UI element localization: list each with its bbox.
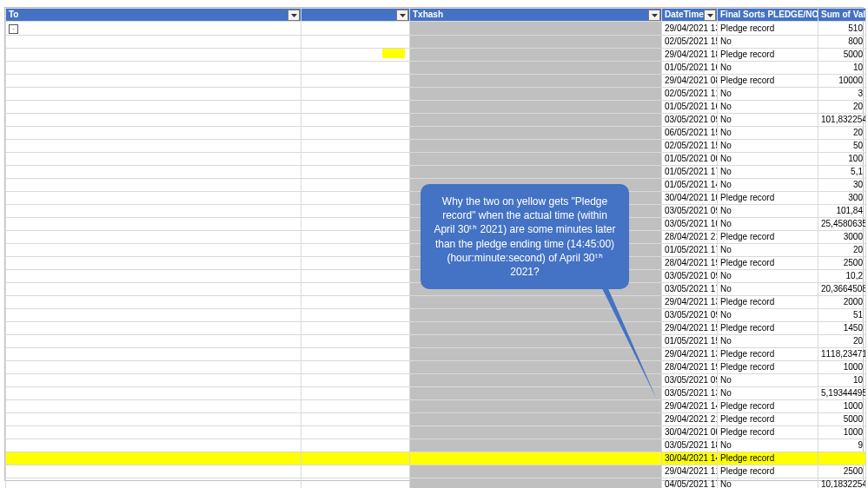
cell-sorts[interactable]: No (718, 218, 818, 231)
cell-to[interactable] (6, 36, 301, 49)
cell-blank[interactable] (301, 101, 410, 114)
cell-datetime[interactable]: 03/05/2021 10:14 (662, 218, 718, 231)
cell-sum[interactable]: 10000 (818, 75, 866, 88)
cell-datetime[interactable]: 30/04/2021 14:49 (662, 452, 718, 465)
cell-to[interactable] (6, 426, 301, 439)
cell-sorts[interactable]: No (718, 374, 818, 387)
cell-to[interactable] (6, 218, 301, 231)
cell-sorts[interactable]: No (718, 62, 818, 75)
cell-sum[interactable]: 25,4580635 (818, 218, 866, 231)
cell-blank[interactable] (301, 452, 410, 465)
cell-sum[interactable]: 5000 (818, 49, 866, 62)
table-row[interactable]: 01/05/2021 16:43No10 (6, 62, 866, 75)
cell-blank[interactable] (301, 426, 410, 439)
cell-sum[interactable]: 1450 (818, 322, 866, 335)
table-row[interactable]: 02/05/2021 15:35No50 (6, 140, 866, 153)
cell-txhash[interactable] (410, 62, 662, 75)
cell-datetime[interactable]: 04/05/2021 17:46 (662, 478, 718, 489)
cell-to[interactable] (6, 153, 301, 166)
cell-blank[interactable] (301, 283, 410, 296)
table-row[interactable]: 28/04/2021 19:50Pledge record1000 (6, 361, 866, 374)
cell-sum[interactable]: 10,2 (818, 270, 866, 283)
cell-blank[interactable] (301, 179, 410, 192)
cell-to[interactable] (6, 231, 301, 244)
cell-sum[interactable]: 2500 (818, 257, 866, 270)
cell-sorts[interactable]: No (718, 335, 818, 348)
table-row[interactable]: 01/05/2021 17:04No5,1 (6, 166, 866, 179)
cell-blank[interactable] (301, 22, 410, 36)
collapse-button[interactable]: - (9, 24, 18, 34)
cell-datetime[interactable]: 30/04/2021 00:43 (662, 426, 718, 439)
cell-sum[interactable]: 1118,234718 (818, 348, 866, 361)
cell-to[interactable] (6, 140, 301, 153)
cell-txhash[interactable] (410, 101, 662, 114)
cell-sorts[interactable]: No (718, 205, 818, 218)
cell-txhash[interactable] (410, 36, 662, 49)
cell-sum[interactable]: 10 (818, 374, 866, 387)
cell-blank[interactable] (301, 192, 410, 205)
table-row[interactable]: -29/04/2021 13:06Pledge record510 (6, 22, 866, 36)
cell-sum[interactable]: 3 (818, 88, 866, 101)
cell-datetime[interactable]: 02/05/2021 15:32 (662, 36, 718, 49)
cell-txhash[interactable] (410, 49, 662, 62)
table-row[interactable]: 02/05/2021 11:01No3 (6, 88, 866, 101)
cell-sum[interactable]: 30 (818, 179, 866, 192)
cell-datetime[interactable]: 01/05/2021 17:43 (662, 244, 718, 257)
cell-sum[interactable]: 50 (818, 140, 866, 153)
cell-txhash[interactable] (410, 88, 662, 101)
cell-blank[interactable] (301, 348, 410, 361)
cell-sum[interactable] (818, 452, 866, 465)
cell-to[interactable]: - (6, 22, 301, 36)
cell-sorts[interactable]: No (718, 478, 818, 489)
cell-sorts[interactable]: Pledge record (718, 426, 818, 439)
cell-sorts[interactable]: No (718, 101, 818, 114)
cell-blank[interactable] (301, 127, 410, 140)
cell-to[interactable] (6, 88, 301, 101)
col-header-to[interactable]: To (6, 9, 301, 22)
cell-blank[interactable] (301, 270, 410, 283)
cell-blank[interactable] (301, 257, 410, 270)
cell-to[interactable] (6, 192, 301, 205)
cell-blank[interactable] (301, 309, 410, 322)
cell-blank[interactable] (301, 205, 410, 218)
filter-button-blank[interactable] (396, 10, 408, 21)
cell-txhash[interactable] (410, 439, 662, 452)
table-row[interactable]: 03/05/2021 09:31No101,832254 (6, 114, 866, 127)
cell-sorts[interactable]: Pledge record (718, 413, 818, 426)
table-row[interactable]: 02/05/2021 15:32No800 (6, 36, 866, 49)
cell-sum[interactable]: 10,1832254 (818, 478, 866, 489)
cell-datetime[interactable]: 06/05/2021 15:53 (662, 127, 718, 140)
cell-blank[interactable] (301, 153, 410, 166)
cell-datetime[interactable]: 29/04/2021 13:06 (662, 22, 718, 36)
cell-sum[interactable]: 2000 (818, 296, 866, 309)
table-row[interactable]: 29/04/2021 18:41Pledge record5000 (6, 49, 866, 62)
cell-sorts[interactable]: Pledge record (718, 192, 818, 205)
cell-sum[interactable]: 20,3664508 (818, 283, 866, 296)
cell-sum[interactable]: 3000 (818, 231, 866, 244)
col-header-datetime[interactable]: DateTime (662, 9, 718, 22)
cell-sum[interactable]: 5,193444954 (818, 387, 866, 400)
cell-sorts[interactable]: Pledge record (718, 361, 818, 374)
cell-sum[interactable]: 1000 (818, 400, 866, 413)
cell-blank[interactable] (301, 400, 410, 413)
cell-txhash[interactable] (410, 413, 662, 426)
cell-txhash[interactable] (410, 426, 662, 439)
table-row[interactable]: 01/05/2021 16:44No20 (6, 101, 866, 114)
cell-blank[interactable] (301, 244, 410, 257)
cell-sorts[interactable]: No (718, 283, 818, 296)
cell-to[interactable] (6, 374, 301, 387)
table-row[interactable]: 29/04/2021 21:37Pledge record5000 (6, 413, 866, 426)
cell-sorts[interactable]: Pledge record (718, 296, 818, 309)
cell-to[interactable] (6, 114, 301, 127)
filter-button-datetime[interactable] (704, 10, 716, 21)
cell-sum[interactable]: 510 (818, 22, 866, 36)
table-row[interactable]: 03/05/2021 13:01No5,193444954 (6, 387, 866, 400)
cell-to[interactable] (6, 309, 301, 322)
cell-to[interactable] (6, 348, 301, 361)
cell-datetime[interactable]: 01/05/2021 00:13 (662, 153, 718, 166)
cell-sum[interactable]: 20 (818, 335, 866, 348)
table-row[interactable]: 03/05/2021 09:10No10 (6, 374, 866, 387)
cell-sum[interactable]: 1000 (818, 426, 866, 439)
cell-to[interactable] (6, 465, 301, 478)
cell-datetime[interactable]: 02/05/2021 15:35 (662, 140, 718, 153)
